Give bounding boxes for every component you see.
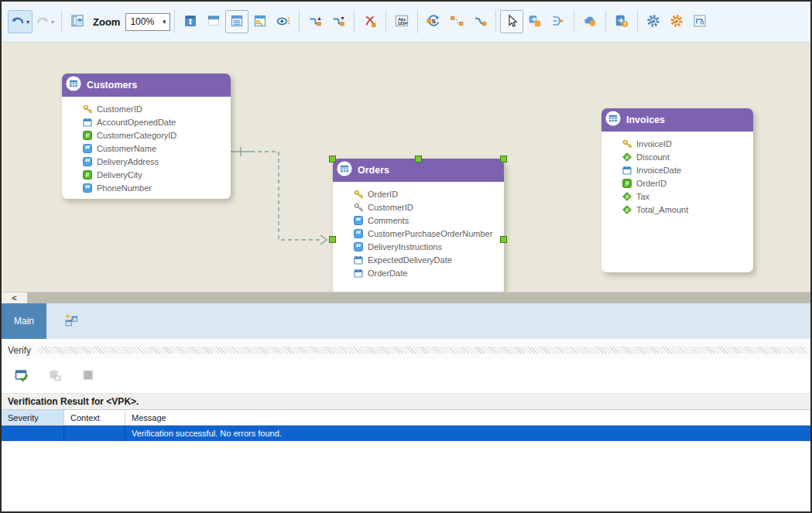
export-db-icon: i xyxy=(615,14,629,30)
move-to-diagram-button[interactable] xyxy=(523,10,546,33)
entity-customers-fields: CustomerIDAccountOpenedDate#CustomerCate… xyxy=(62,97,231,197)
entity-field[interactable]: “DeliveryInstructions xyxy=(354,240,502,253)
auto-layout-button[interactable]: S xyxy=(422,10,445,33)
entity-customers-header[interactable]: Customers xyxy=(62,74,231,97)
entity-field[interactable]: “CustomerPurchaseOrderNumber xyxy=(354,227,502,240)
entity-field[interactable]: OrderDate xyxy=(354,266,502,279)
date-icon xyxy=(354,255,363,265)
entity-field[interactable]: “CustomerName xyxy=(83,142,229,155)
entity-view-keys-button[interactable] xyxy=(248,10,272,33)
table-badge-icon xyxy=(337,161,352,180)
decimal-icon: # xyxy=(622,205,632,214)
entity-invoices[interactable]: Invoices InvoiceID#DiscountInvoiceDate#O… xyxy=(601,108,753,272)
entity-customers[interactable]: Customers CustomerIDAccountOpenedDate#Cu… xyxy=(62,74,231,199)
result-severity-cell[interactable] xyxy=(2,426,64,441)
new-subject-area-button[interactable] xyxy=(60,310,83,333)
decimal-icon: # xyxy=(622,152,632,162)
export-database-button[interactable]: i xyxy=(610,10,633,33)
entity-field[interactable]: InvoiceID xyxy=(622,137,752,150)
entity-field[interactable]: CustomerID xyxy=(354,200,502,214)
entity-field[interactable]: #OrderID xyxy=(622,176,752,190)
panel-grip-texture[interactable] xyxy=(38,347,807,354)
dotted-connector-button[interactable] xyxy=(445,10,468,33)
horizontal-scrollbar[interactable]: < xyxy=(2,292,810,303)
entity-field[interactable]: InvoiceDate xyxy=(622,163,752,176)
main-toolbar: ▾▾Zoom100%▾▲▼Abc123#Si xyxy=(2,2,810,43)
selection-handle-mid-right[interactable] xyxy=(500,236,507,243)
selection-handle-mid-left[interactable] xyxy=(329,236,336,243)
entity-field[interactable]: “PhoneNumber xyxy=(83,181,229,194)
solid-line-icon xyxy=(473,14,487,30)
model-explorer-button[interactable] xyxy=(66,10,89,33)
entity-field[interactable]: #Total_Amount xyxy=(622,203,752,216)
column-header-severity[interactable]: Severity xyxy=(2,410,64,425)
entity-view-attributes-button[interactable] xyxy=(225,10,248,33)
scroll-left-button[interactable]: < xyxy=(2,292,27,303)
engineer-reverse-icon xyxy=(670,14,684,30)
cloud-sync-button[interactable] xyxy=(578,10,601,33)
entity-field[interactable]: #CustomerCategoryID xyxy=(83,128,229,142)
entity-field[interactable]: OrderID xyxy=(354,187,502,200)
entity-field[interactable]: #Tax xyxy=(622,190,752,203)
route-connector-down-button[interactable]: ▼ xyxy=(327,10,350,33)
zoom-select[interactable]: 100%▾ xyxy=(125,13,170,31)
entity-invoices-header[interactable]: Invoices xyxy=(601,108,753,132)
entity-view-collapsed-button[interactable] xyxy=(202,10,225,33)
column-header-message[interactable]: Message xyxy=(125,410,810,425)
result-context-cell[interactable] xyxy=(64,426,125,441)
solid-connector-button[interactable] xyxy=(468,10,492,33)
reverse-engineer-button[interactable] xyxy=(665,10,688,33)
svg-text:#: # xyxy=(85,132,89,139)
route-connector-up-button[interactable]: ▲ xyxy=(303,10,327,33)
svg-text:“: “ xyxy=(84,144,91,153)
fit-entity-size-button[interactable] xyxy=(179,10,202,33)
pointer-tool-button[interactable] xyxy=(500,10,523,33)
entity-field[interactable]: “Comments xyxy=(354,214,502,227)
undo-button[interactable]: ▾ xyxy=(8,10,33,33)
svg-text:#: # xyxy=(85,171,89,179)
route-up-icon: ▲ xyxy=(308,14,322,30)
forward-engineer-button[interactable] xyxy=(642,10,665,33)
text-icon: “ xyxy=(83,183,92,193)
verify-database-button[interactable] xyxy=(43,366,67,386)
tab-main[interactable]: Main xyxy=(2,303,46,339)
column-header-context[interactable]: Context xyxy=(64,410,125,425)
field-name: OrderID xyxy=(368,190,398,199)
toolbar-separator xyxy=(574,10,574,33)
entity-field[interactable]: ExpectedDeliveryDate xyxy=(354,253,502,266)
diagram-canvas[interactable]: Customers CustomerIDAccountOpenedDate#Cu… xyxy=(2,43,810,292)
field-name: CustomerCategoryID xyxy=(97,131,176,140)
entity-field[interactable]: AccountOpenedDate xyxy=(83,115,229,128)
field-name: InvoiceID xyxy=(636,139,672,149)
engineer-forward-icon xyxy=(646,14,660,30)
run-verification-button[interactable] xyxy=(10,366,33,386)
display-options-button[interactable] xyxy=(272,10,295,33)
field-name: Tax xyxy=(636,192,649,201)
chevron-down-icon: ▾ xyxy=(163,18,166,26)
merge-models-button[interactable] xyxy=(546,10,570,33)
field-name: Comments xyxy=(368,216,409,225)
selection-handle-top-center[interactable] xyxy=(415,156,422,162)
entity-orders[interactable]: Orders OrderIDCustomerID“Comments“Custom… xyxy=(333,159,504,292)
scrollbar-thumb[interactable] xyxy=(27,292,810,303)
route-down-icon: ▼ xyxy=(331,14,345,30)
straighten-connector-button[interactable] xyxy=(358,10,382,33)
display-options-icon xyxy=(276,14,290,30)
entity-field[interactable]: #DeliveryCity xyxy=(83,168,229,181)
date-icon xyxy=(354,268,363,278)
model-panel-icon xyxy=(70,14,84,30)
entity-field[interactable]: CustomerID xyxy=(83,102,229,115)
entity-field[interactable]: “DeliveryAddress xyxy=(83,155,229,168)
tab-tools xyxy=(46,303,83,339)
pointer-icon xyxy=(505,14,519,30)
field-name: DeliveryCity xyxy=(97,170,142,180)
redo-button[interactable]: ▾ xyxy=(33,10,57,33)
show-datatypes-button[interactable]: Abc123# xyxy=(390,10,413,33)
entity-field[interactable]: #Discount xyxy=(622,150,752,163)
selection-handle-top-right[interactable] xyxy=(500,156,507,162)
stop-verification-button[interactable] xyxy=(77,366,100,386)
selection-handle-top-left[interactable] xyxy=(329,156,336,162)
diagram-overview-button[interactable] xyxy=(688,10,711,33)
result-row-selected[interactable]: Verification successful. No errors found… xyxy=(2,426,810,441)
result-message-cell[interactable]: Verification successful. No errors found… xyxy=(125,426,810,441)
